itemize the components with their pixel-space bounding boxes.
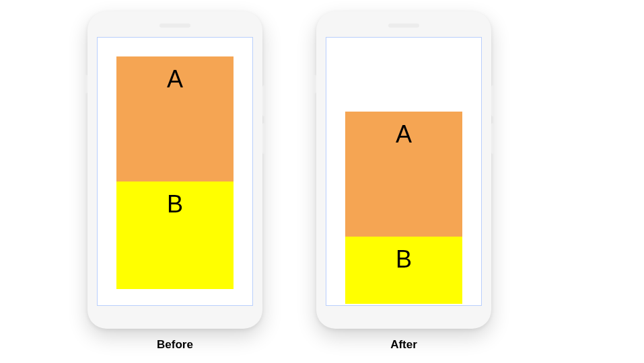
viewport-after: A B	[328, 39, 480, 304]
element-b-label: B	[116, 182, 234, 216]
phone-before-group: A B Before	[87, 11, 262, 352]
phone-speaker-icon	[388, 24, 419, 28]
phone-side-button-icon	[262, 123, 265, 154]
viewport-before: A B	[99, 39, 251, 304]
element-a-before: A	[116, 56, 234, 182]
phone-screen-before: A B	[97, 37, 253, 306]
phone-frame-after: A B	[316, 11, 491, 329]
element-a-after: A	[345, 112, 462, 237]
element-a-label: A	[116, 56, 234, 91]
element-b-after: B	[345, 237, 462, 304]
phone-speaker-icon	[159, 24, 190, 28]
phone-frame-before: A B	[87, 11, 262, 329]
phone-side-button-icon	[491, 85, 494, 116]
caption-after: After	[390, 338, 417, 352]
caption-before: Before	[157, 338, 193, 352]
phone-screen-after: A B	[326, 37, 482, 306]
phone-side-button-icon	[262, 85, 265, 116]
element-b-label: B	[345, 237, 462, 272]
diagram-stage: A B Before A B	[87, 11, 491, 352]
phone-side-button-icon	[491, 123, 494, 154]
phone-side-button-icon	[314, 75, 316, 93]
element-b-before: B	[116, 182, 234, 289]
phone-after-group: A B After	[316, 11, 491, 352]
element-a-label: A	[345, 112, 462, 147]
phone-side-button-icon	[85, 75, 87, 93]
